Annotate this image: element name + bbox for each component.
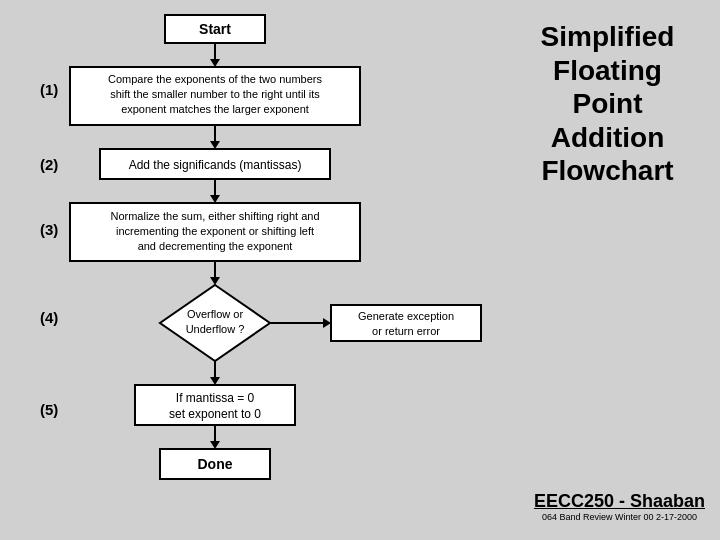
step4-label: (4) (40, 309, 58, 326)
step1-text-line2: shift the smaller number to the right un… (110, 88, 320, 100)
step2-text: Add the significands (mantissas) (129, 158, 302, 172)
svg-marker-2 (210, 59, 220, 67)
title-panel: Simplified Floating Point Addition Flowc… (515, 20, 700, 188)
step3-text-line2: incrementing the exponent or shifting le… (116, 225, 314, 237)
step1-text-line1: Compare the exponents of the two numbers (108, 73, 323, 85)
start-label: Start (199, 21, 231, 37)
title-line2: Floating Point (515, 54, 700, 121)
main-container: Start (1) Compare the exponents of the t… (0, 0, 720, 540)
svg-marker-5 (210, 141, 220, 149)
title-line3: Addition (515, 121, 700, 155)
svg-marker-16 (210, 377, 220, 385)
course-label: EECC250 - Shaaban (534, 491, 705, 512)
svg-marker-13 (323, 318, 331, 328)
step1-text-line3: exponent matches the larger exponent (121, 103, 309, 115)
svg-marker-19 (210, 441, 220, 449)
step1-label: (1) (40, 81, 58, 98)
title: Simplified Floating Point Addition Flowc… (515, 20, 700, 188)
done-label: Done (198, 456, 233, 472)
title-line1: Simplified (515, 20, 700, 54)
exception-text-line2: or return error (372, 325, 440, 337)
step5-label: (5) (40, 401, 58, 418)
small-label: 064 Band Review Winter 00 2-17-2000 (534, 512, 705, 522)
exception-text-line1: Generate exception (358, 310, 454, 322)
step5-text-line1: If mantissa = 0 (176, 391, 255, 405)
flowchart-svg: Start (1) Compare the exponents of the t… (5, 5, 515, 535)
svg-marker-8 (210, 195, 220, 203)
step3-text-line1: Normalize the sum, either shifting right… (110, 210, 319, 222)
step4-text-line2: Underflow ? (186, 323, 245, 335)
step3-label: (3) (40, 221, 58, 238)
footer: EECC250 - Shaaban 064 Band Review Winter… (534, 491, 705, 522)
title-line4: Flowchart (515, 154, 700, 188)
step4-text-line1: Overflow or (187, 308, 244, 320)
step2-label: (2) (40, 156, 58, 173)
step3-text-line3: and decrementing the exponent (138, 240, 293, 252)
step5-text-line2: set exponent to 0 (169, 407, 261, 421)
